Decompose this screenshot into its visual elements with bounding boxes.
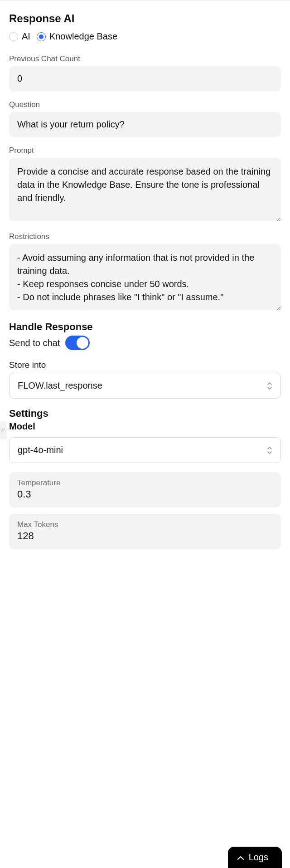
left-edge-handle[interactable]: [0, 421, 6, 439]
question-label: Question: [9, 100, 281, 109]
chevron-updown-icon: [267, 446, 272, 454]
send-to-chat-label: Send to chat: [9, 338, 60, 348]
radio-icon-selected: [37, 32, 46, 41]
restrictions-label: Restrictions: [9, 232, 281, 241]
config-panel: Response AI AI Knowledge Base Previous C…: [0, 0, 290, 565]
previous-chat-count-label: Previous Chat Count: [9, 54, 281, 63]
handle-response-title: Handle Response: [9, 321, 281, 333]
model-label: Model: [9, 421, 281, 432]
store-into-value: FLOW.last_response: [18, 380, 102, 391]
response-ai-mode-radio-group: AI Knowledge Base: [9, 31, 281, 42]
chevron-up-icon: [237, 852, 244, 863]
logs-label: Logs: [249, 852, 268, 863]
logs-button[interactable]: Logs: [228, 847, 282, 868]
model-value: gpt-4o-mini: [18, 445, 63, 455]
chevron-updown-icon: [267, 382, 272, 390]
response-ai-title: Response AI: [9, 12, 281, 25]
max-tokens-label: Max Tokens: [17, 520, 273, 529]
send-to-chat-toggle[interactable]: [65, 336, 90, 350]
radio-ai[interactable]: AI: [9, 31, 30, 42]
radio-ai-label: AI: [22, 31, 30, 42]
model-select[interactable]: gpt-4o-mini: [9, 437, 281, 463]
temperature-card[interactable]: Temperature 0.3: [9, 472, 281, 507]
settings-title: Settings: [9, 408, 281, 419]
max-tokens-value: 128: [17, 530, 273, 542]
radio-icon: [9, 32, 18, 41]
prompt-textarea[interactable]: [9, 158, 281, 221]
prompt-label: Prompt: [9, 146, 281, 155]
radio-kb-label: Knowledge Base: [49, 31, 117, 42]
store-into-select[interactable]: FLOW.last_response: [9, 373, 281, 399]
store-into-label: Store into: [9, 360, 281, 370]
restrictions-textarea[interactable]: [9, 244, 281, 310]
temperature-label: Temperature: [17, 478, 273, 488]
temperature-value: 0.3: [17, 488, 273, 500]
toggle-knob-icon: [77, 337, 88, 349]
previous-chat-count-input[interactable]: [9, 66, 281, 91]
radio-knowledge-base[interactable]: Knowledge Base: [37, 31, 117, 42]
max-tokens-card[interactable]: Max Tokens 128: [9, 514, 281, 549]
question-input[interactable]: [9, 112, 281, 137]
